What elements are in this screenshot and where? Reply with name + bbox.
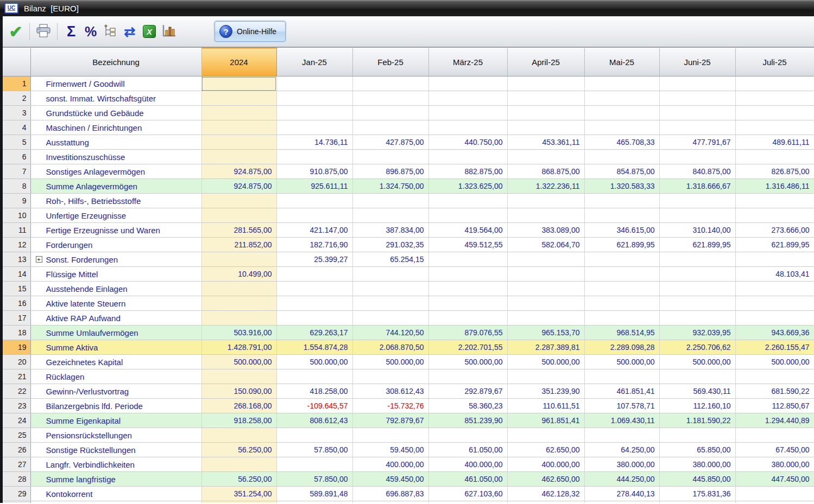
value-cell[interactable] — [428, 501, 507, 503]
value-cell[interactable] — [507, 106, 584, 120]
value-cell[interactable]: 56.250,00 — [201, 472, 276, 487]
value-cell[interactable] — [201, 369, 276, 384]
value-cell[interactable] — [735, 91, 814, 106]
value-cell[interactable]: 1.316.486,11 — [735, 179, 814, 194]
value-cell[interactable] — [201, 282, 276, 296]
value-cell[interactable] — [428, 208, 507, 223]
value-cell[interactable]: 346.615,00 — [584, 223, 659, 238]
value-cell[interactable] — [352, 369, 428, 384]
value-cell[interactable] — [352, 501, 428, 503]
value-cell[interactable] — [352, 296, 428, 311]
row-label-cell[interactable]: Summe Umlaufvermögen — [30, 326, 201, 340]
value-cell[interactable] — [507, 91, 584, 106]
value-cell[interactable]: 444.250,00 — [584, 472, 659, 487]
value-cell[interactable]: 462.650,00 — [507, 472, 584, 487]
row-number-cell[interactable]: 18 — [3, 326, 30, 340]
value-cell[interactable]: 64.250,00 — [584, 443, 659, 457]
value-cell[interactable] — [428, 91, 507, 106]
value-cell[interactable] — [659, 252, 735, 267]
row-label-cell[interactable]: Flüssige Mittel — [30, 267, 201, 282]
value-cell[interactable] — [735, 501, 814, 503]
column-header[interactable]: 2024 — [201, 48, 276, 76]
value-cell[interactable] — [352, 150, 428, 164]
value-cell[interactable]: 910.875,00 — [276, 164, 352, 179]
chart-button[interactable] — [159, 21, 179, 42]
row-label-cell[interactable]: Aktive RAP Aufwand — [30, 311, 201, 326]
value-cell[interactable]: 621.899,95 — [659, 238, 735, 252]
value-cell[interactable]: 291.032,35 — [352, 238, 428, 252]
value-cell[interactable] — [735, 252, 814, 267]
value-cell[interactable]: 281.565,00 — [201, 223, 276, 238]
value-cell[interactable] — [584, 311, 659, 326]
value-cell[interactable] — [584, 106, 659, 120]
value-cell[interactable] — [201, 311, 276, 326]
value-cell[interactable]: 1.318.666,67 — [659, 179, 735, 194]
column-header[interactable]: März-25 — [428, 48, 507, 76]
value-cell[interactable]: 696.887,83 — [352, 487, 428, 501]
value-cell[interactable]: 840.875,00 — [659, 164, 735, 179]
row-number-cell[interactable]: 24 — [3, 413, 30, 428]
value-cell[interactable] — [584, 369, 659, 384]
value-cell[interactable] — [735, 106, 814, 120]
value-cell[interactable]: 582.064,70 — [507, 238, 584, 252]
value-cell[interactable] — [276, 76, 352, 91]
value-cell[interactable]: 59.450,00 — [352, 443, 428, 457]
value-cell[interactable]: 854.875,00 — [584, 164, 659, 179]
value-cell[interactable] — [276, 208, 352, 223]
value-cell[interactable] — [428, 369, 507, 384]
value-cell[interactable]: 65.254,15 — [352, 252, 428, 267]
value-cell[interactable]: 925.611,11 — [276, 179, 352, 194]
row-label-cell[interactable]: Pensionsrückstellungen — [30, 428, 201, 443]
row-number-cell[interactable]: 5 — [3, 135, 30, 150]
value-cell[interactable] — [584, 428, 659, 443]
value-cell[interactable] — [659, 282, 735, 296]
value-cell[interactable]: 744.120,50 — [352, 326, 428, 340]
value-cell[interactable]: -15.732,76 — [352, 399, 428, 413]
value-cell[interactable] — [659, 428, 735, 443]
value-cell[interactable] — [735, 282, 814, 296]
row-number-cell[interactable]: 14 — [3, 267, 30, 282]
value-cell[interactable] — [735, 428, 814, 443]
value-cell[interactable] — [276, 457, 352, 472]
value-cell[interactable] — [276, 194, 352, 208]
value-cell[interactable]: 110.611,51 — [507, 399, 584, 413]
row-number-cell[interactable]: 8 — [3, 179, 30, 194]
value-cell[interactable]: 1.320.583,33 — [584, 179, 659, 194]
value-cell[interactable] — [201, 106, 276, 120]
value-cell[interactable]: 2.250.706,62 — [659, 340, 735, 355]
value-cell[interactable] — [428, 150, 507, 164]
row-number-cell[interactable]: 15 — [3, 282, 30, 296]
value-cell[interactable]: 10.499,00 — [201, 267, 276, 282]
value-cell[interactable] — [428, 296, 507, 311]
column-header[interactable]: Feb-25 — [352, 48, 428, 76]
value-cell[interactable] — [201, 135, 276, 150]
column-header[interactable]: Jan-25 — [276, 48, 352, 76]
excel-export-button[interactable]: X — [140, 21, 159, 42]
value-cell[interactable] — [507, 120, 584, 135]
value-cell[interactable] — [352, 91, 428, 106]
value-cell[interactable]: 2.068.870,50 — [352, 340, 428, 355]
value-cell[interactable]: 400.000,00 — [352, 457, 428, 472]
value-cell[interactable]: 826.875,00 — [735, 164, 814, 179]
column-header[interactable]: Bezeichnung — [30, 48, 201, 76]
value-cell[interactable] — [428, 76, 507, 91]
value-cell[interactable] — [428, 120, 507, 135]
value-cell[interactable]: 67.450,00 — [735, 443, 814, 457]
column-header[interactable]: Juli-25 — [735, 48, 814, 76]
value-cell[interactable] — [201, 252, 276, 267]
value-cell[interactable] — [201, 428, 276, 443]
value-cell[interactable] — [584, 194, 659, 208]
row-number-cell[interactable]: 11 — [3, 223, 30, 238]
value-cell[interactable]: 56.250,00 — [201, 443, 276, 457]
row-label-cell[interactable]: Summe Eigenkapital — [30, 413, 201, 428]
value-cell[interactable]: 621.899,95 — [584, 238, 659, 252]
value-cell[interactable] — [428, 194, 507, 208]
value-cell[interactable] — [584, 76, 659, 91]
row-label-cell[interactable]: sonst. Immat. Wirtschaftsgüter — [30, 91, 201, 106]
value-cell[interactable] — [201, 457, 276, 472]
row-label-cell[interactable]: Investitionszuschüsse — [30, 150, 201, 164]
row-number-cell[interactable]: 29 — [3, 487, 30, 501]
value-cell[interactable] — [735, 487, 814, 501]
value-cell[interactable]: 851.239,90 — [428, 413, 507, 428]
row-label-cell[interactable]: Kontokorrent — [30, 487, 201, 501]
